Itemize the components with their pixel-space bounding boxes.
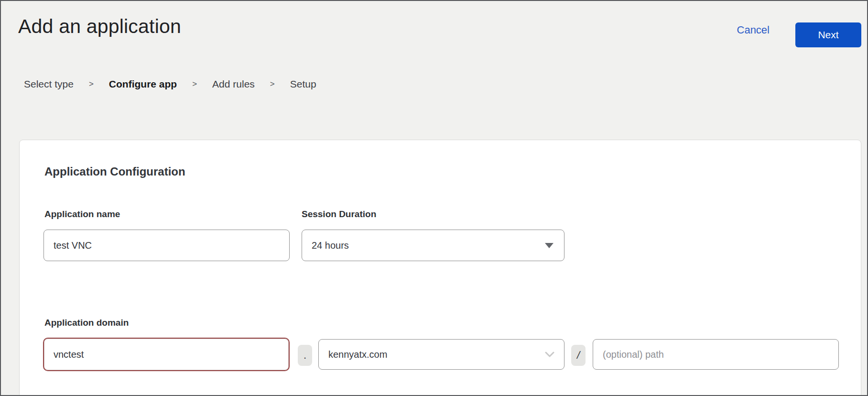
- cancel-button[interactable]: Cancel: [737, 24, 770, 36]
- application-domain-label: Application domain: [44, 318, 129, 328]
- slash-separator: /: [571, 345, 586, 366]
- caret-down-icon: [545, 243, 553, 248]
- subdomain-input[interactable]: [43, 338, 290, 371]
- session-duration-select[interactable]: 24 hours: [302, 230, 564, 261]
- breadcrumb: Select type > Configure app > Add rules …: [24, 78, 316, 90]
- breadcrumb-step-add-rules[interactable]: Add rules: [212, 78, 255, 90]
- next-button[interactable]: Next: [795, 22, 861, 47]
- breadcrumb-step-select-type[interactable]: Select type: [24, 78, 74, 90]
- domain-value: kennyatx.com: [328, 349, 387, 360]
- breadcrumb-step-setup[interactable]: Setup: [290, 78, 316, 90]
- domain-select[interactable]: kennyatx.com: [318, 339, 564, 370]
- breadcrumb-separator: >: [270, 79, 275, 89]
- breadcrumb-separator: >: [192, 79, 197, 89]
- session-duration-label: Session Duration: [302, 209, 376, 220]
- breadcrumb-step-configure-app[interactable]: Configure app: [109, 78, 177, 90]
- breadcrumb-separator: >: [89, 79, 94, 89]
- section-title: Application Configuration: [44, 165, 185, 178]
- application-name-label: Application name: [44, 209, 120, 220]
- application-configuration-card: Application Configuration Application na…: [19, 140, 861, 396]
- application-name-input[interactable]: [43, 230, 290, 261]
- session-duration-value: 24 hours: [312, 240, 349, 251]
- path-input[interactable]: [593, 339, 839, 370]
- chevron-down-icon: [545, 352, 554, 357]
- add-application-page: Add an application Cancel Next Select ty…: [0, 0, 868, 396]
- page-title: Add an application: [18, 15, 181, 38]
- dot-separator: .: [298, 345, 312, 366]
